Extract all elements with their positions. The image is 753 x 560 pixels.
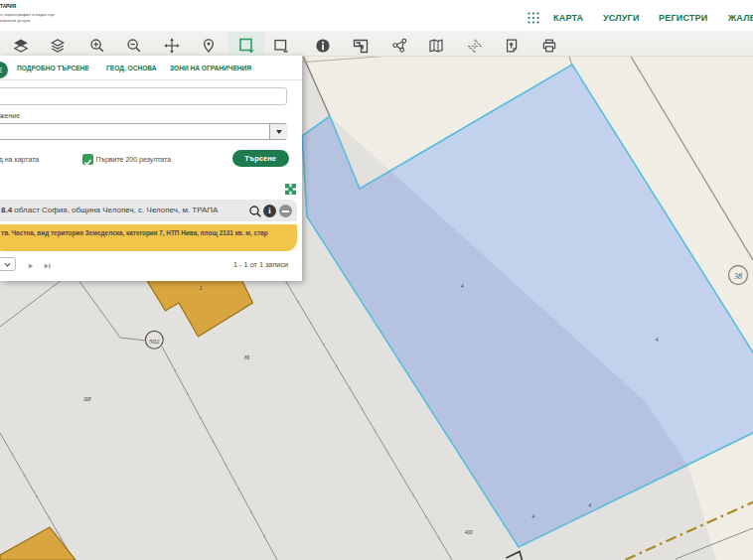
svg-text:38: 38 bbox=[733, 272, 742, 281]
svg-text:86: 86 bbox=[244, 355, 250, 360]
svg-text:368: 368 bbox=[83, 397, 91, 402]
svg-text:400: 400 bbox=[465, 530, 473, 535]
svg-text:502: 502 bbox=[149, 338, 160, 346]
